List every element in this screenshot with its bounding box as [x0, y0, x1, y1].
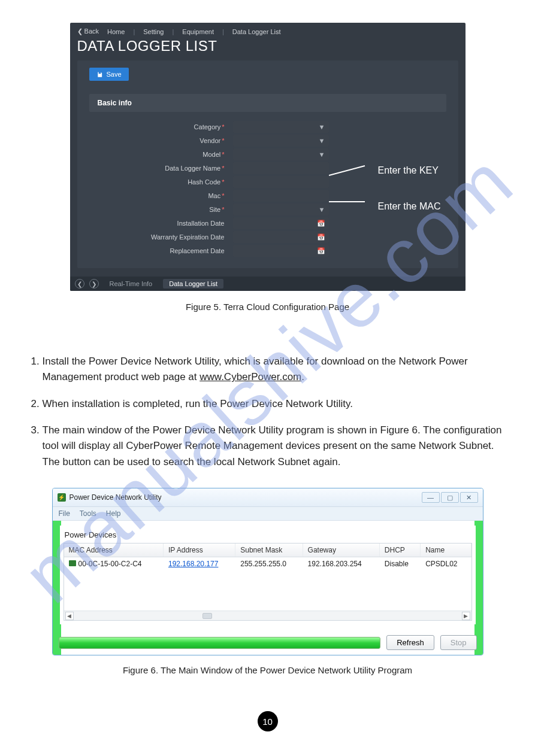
basic-info-form: Category*▼ Vendor*▼ Model*▼ Data Logger … [77, 116, 458, 268]
breadcrumb-equipment[interactable]: Equipment [182, 28, 214, 35]
cell-mac: 00-0C-15-00-C2-C4 [78, 560, 142, 568]
breadcrumb-datalogger[interactable]: Data Logger List [232, 28, 281, 35]
terra-footer: ❮ ❯ Real-Time Info Data Logger List [70, 277, 466, 291]
label-category: Category* [89, 123, 227, 130]
breadcrumb: ❮ Back Home| Setting| Equipment| Data Lo… [70, 23, 466, 38]
app-icon: ⚡ [58, 493, 66, 502]
figure-6: ⚡ Power Device Network Utility — ▢ ✕ Fil… [52, 488, 483, 675]
menu-help[interactable]: Help [106, 509, 121, 518]
step-3: The main window of the Power Device Netw… [43, 423, 507, 470]
save-button-label: Save [107, 71, 122, 78]
field-vendor[interactable]: ▼ [233, 135, 329, 147]
page-number: 10 [258, 711, 278, 731]
figure-6-caption: Figure 6. The Main Window of the Power D… [52, 665, 483, 675]
label-data-logger-name: Data Logger Name* [89, 165, 227, 172]
figure-5: ❮ Back Home| Setting| Equipment| Data Lo… [70, 23, 466, 312]
label-hash-code: Hash Code* [89, 178, 227, 186]
field-replacement-date[interactable]: 📅 [233, 245, 329, 257]
chevron-down-icon: ▼ [319, 137, 325, 144]
form-panel: Save Basic info Category*▼ Vendor*▼ Mode… [77, 60, 458, 268]
section-header-basic-info: Basic info [89, 94, 446, 112]
save-button[interactable]: Save [89, 68, 129, 81]
device-grid: MAC Address IP Address Subnet Mask Gatew… [64, 543, 472, 621]
window-titlebar: ⚡ Power Device Network Utility — ▢ ✕ [53, 488, 483, 507]
cyberpower-link[interactable]: www.CyberPower.com [200, 371, 301, 382]
window-title: Power Device Network Utility [69, 493, 162, 502]
cell-gw: 192.168.203.254 [303, 557, 379, 571]
footer-tab-datalogger[interactable]: Data Logger List [163, 279, 223, 289]
cell-name: CPSDL02 [421, 557, 471, 571]
field-category[interactable]: ▼ [233, 121, 329, 133]
refresh-button[interactable]: Refresh [386, 635, 434, 650]
label-site: Site* [89, 206, 227, 213]
calendar-icon: 📅 [317, 247, 325, 255]
field-installation-date[interactable]: 📅 [233, 217, 329, 229]
menu-file[interactable]: File [59, 509, 70, 518]
menu-tools[interactable]: Tools [80, 509, 96, 518]
calendar-icon: 📅 [317, 233, 325, 241]
terra-cloud-screenshot: ❮ Back Home| Setting| Equipment| Data Lo… [70, 23, 466, 291]
footer-tab-realtime[interactable]: Real-Time Info [104, 279, 159, 289]
device-icon [69, 560, 76, 566]
step-2: When installation is completed, run the … [43, 396, 507, 412]
calendar-icon: 📅 [317, 220, 325, 227]
field-mac[interactable] [233, 190, 329, 202]
stop-button[interactable]: Stop [440, 635, 477, 650]
label-mac: Mac* [89, 192, 227, 199]
step-1-text-b: . [301, 371, 304, 382]
menubar: File Tools Help [53, 507, 483, 521]
col-ip[interactable]: IP Address [163, 544, 235, 557]
breadcrumb-setting[interactable]: Setting [143, 28, 164, 35]
window-minimize-button[interactable]: — [422, 492, 440, 503]
field-warranty-date[interactable]: 📅 [233, 231, 329, 243]
col-dhcp[interactable]: DHCP [379, 544, 420, 557]
breadcrumb-sep: | [222, 28, 224, 35]
table-row[interactable]: 00-0C-15-00-C2-C4 192.168.20.177 255.255… [64, 557, 471, 571]
col-mac[interactable]: MAC Address [64, 544, 164, 557]
footer-nav-back-icon[interactable]: ❮ [75, 279, 84, 289]
pdnu-footer: Refresh Stop [53, 630, 483, 655]
window-maximize-button[interactable]: ▢ [441, 492, 459, 503]
chevron-down-icon: ▼ [319, 206, 325, 213]
breadcrumb-sep: | [172, 28, 174, 35]
breadcrumb-back[interactable]: ❮ Back [77, 28, 99, 35]
instruction-list: Install the Power Device Network Utility… [28, 354, 507, 470]
col-mask[interactable]: Subnet Mask [235, 544, 303, 557]
field-hash-code[interactable] [233, 176, 329, 188]
cell-ip-link[interactable]: 192.168.20.177 [168, 560, 218, 568]
label-replacement-date: Replacement Date [89, 247, 227, 254]
footer-nav-fwd-icon[interactable]: ❯ [89, 279, 99, 289]
window-close-button[interactable]: ✕ [460, 492, 478, 503]
chevron-down-icon: ▼ [319, 123, 325, 130]
label-vendor: Vendor* [89, 137, 227, 144]
progress-bar [59, 637, 381, 649]
label-warranty-date: Warranty Expiration Date [89, 233, 227, 241]
chevron-down-icon: ▼ [319, 151, 325, 158]
breadcrumb-home[interactable]: Home [107, 28, 125, 35]
scroll-thumb[interactable] [202, 613, 212, 619]
scroll-left-icon[interactable]: ◀ [65, 612, 74, 620]
horizontal-scrollbar[interactable]: ◀ ▶ [64, 611, 471, 620]
cell-dhcp: Disable [379, 557, 420, 571]
breadcrumb-sep: | [133, 28, 135, 35]
field-site[interactable]: ▼ [233, 204, 329, 215]
label-model: Model* [89, 151, 227, 158]
pdnu-window: ⚡ Power Device Network Utility — ▢ ✕ Fil… [52, 488, 483, 655]
figure-5-caption: Figure 5. Terra Cloud Configuration Page [70, 302, 466, 312]
pdnu-content: Power Devices MAC Address IP Address Sub… [53, 521, 483, 630]
power-devices-label: Power Devices [64, 528, 472, 543]
field-model[interactable]: ▼ [233, 148, 329, 160]
page-title: DATA LOGGER LIST [70, 38, 466, 60]
field-data-logger-name[interactable] [233, 162, 329, 174]
step-1: Install the Power Device Network Utility… [43, 354, 507, 385]
scroll-right-icon[interactable]: ▶ [462, 612, 470, 620]
label-installation-date: Installation Date [89, 220, 227, 227]
col-gw[interactable]: Gateway [303, 544, 379, 557]
save-icon [96, 71, 103, 78]
breadcrumb-back-label: Back [84, 28, 99, 35]
cell-mask: 255.255.255.0 [235, 557, 303, 571]
col-name[interactable]: Name [421, 544, 471, 557]
